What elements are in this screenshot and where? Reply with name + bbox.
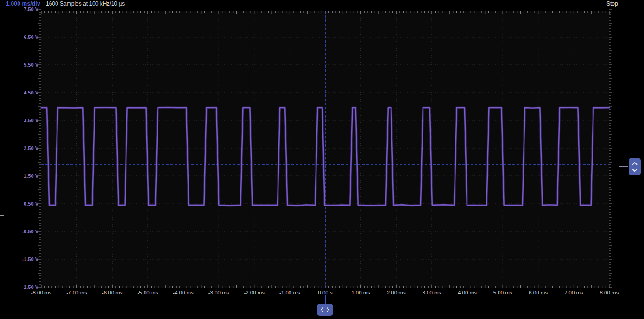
time-tick-label: 3.00 ms [412,289,451,296]
channel-ground-marker[interactable] [0,215,4,216]
time-tick-label: -1.00 ms [270,289,309,296]
trigger-level-indicator-dash [619,166,628,167]
voltage-tick-label: 6.50 V [0,34,38,40]
voltage-tick-label: 7.50 V [0,6,38,13]
time-tick-label: -7.00 ms [57,289,96,296]
time-tick-label: 7.00 ms [554,289,593,296]
chevron-down-icon [631,169,638,172]
voltage-tick-label: 1.50 V [0,173,38,179]
voltage-tick-label: 2.50 V [0,145,38,151]
time-tick-label: 8.00 ms [590,289,629,296]
run-stop-status[interactable]: Stop [606,0,618,7]
voltage-tick-label: 3.50 V [0,117,38,124]
voltage-tick-label: -0.50 V [0,228,38,235]
time-tick-label: -2.00 ms [235,289,274,296]
time-tick-label: -5.00 ms [128,289,167,296]
chevron-up-icon [631,162,638,165]
chevron-left-icon [320,307,324,313]
trigger-position-connector-line [325,295,326,304]
time-tick-label: 4.00 ms [448,289,487,296]
time-tick-label: -6.00 ms [93,289,132,296]
voltage-tick-label: 4.50 V [0,89,38,96]
voltage-tick-label: 5.50 V [0,62,38,68]
time-tick-label: 6.00 ms [519,289,558,296]
time-tick-label: -3.00 ms [199,289,238,296]
scope-plot-area[interactable] [0,0,644,319]
time-tick-label: 5.00 ms [483,289,522,296]
trigger-position-button[interactable] [317,304,333,316]
trigger-level-button[interactable] [629,158,641,175]
voltage-tick-label: 0.50 V [0,200,38,207]
sample-info-label: 1600 Samples at 100 kHz/10 µs [46,0,125,7]
oscilloscope-app: 1.000 ms/div 1600 Samples at 100 kHz/10 … [0,0,644,319]
time-tick-label: -4.00 ms [164,289,203,296]
voltage-tick-label: -1.50 V [0,256,38,263]
time-tick-label: -8.00 ms [22,289,61,296]
time-tick-label: 1.00 ms [341,289,380,296]
time-tick-label: 2.00 ms [377,289,416,296]
chevron-right-icon [326,307,330,313]
